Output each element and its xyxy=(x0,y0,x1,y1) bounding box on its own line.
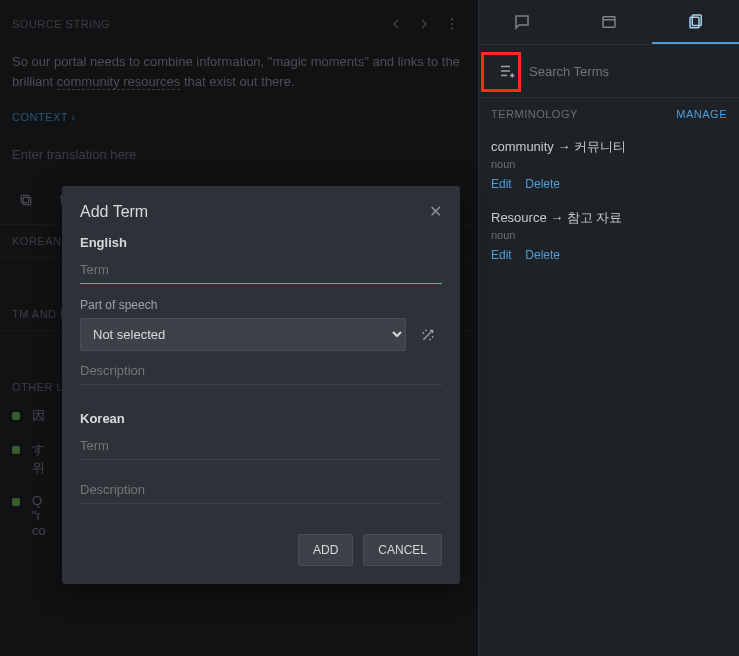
tabs xyxy=(479,0,739,45)
edit-link[interactable]: Edit xyxy=(491,248,512,262)
delete-link[interactable]: Delete xyxy=(525,248,560,262)
pos-select[interactable]: Not selected xyxy=(80,318,406,351)
korean-desc-field[interactable] xyxy=(80,476,442,504)
tab-terminology[interactable] xyxy=(652,0,739,44)
dialog-title: Add Term xyxy=(80,203,429,221)
tab-comments[interactable] xyxy=(479,0,566,44)
svg-rect-5 xyxy=(603,17,615,28)
korean-term-field[interactable] xyxy=(80,432,442,460)
term-pos: noun xyxy=(491,158,727,170)
term-title: Resource → 참고 자료 xyxy=(491,209,727,227)
delete-link[interactable]: Delete xyxy=(525,177,560,191)
edit-link[interactable]: Edit xyxy=(491,177,512,191)
manage-link[interactable]: MANAGE xyxy=(676,108,727,120)
terminology-label: TERMINOLOGY xyxy=(491,108,578,120)
close-icon[interactable]: ✕ xyxy=(429,202,442,221)
term-pos: noun xyxy=(491,229,727,241)
tab-tm[interactable] xyxy=(566,0,653,44)
right-panel: TERMINOLOGY MANAGE community → 커뮤니티 noun… xyxy=(478,0,739,656)
cancel-button[interactable]: CANCEL xyxy=(363,534,442,566)
add-term-dialog: Add Term ✕ English Part of speech Not se… xyxy=(62,186,460,584)
term-item: Resource → 참고 자료 noun Edit Delete xyxy=(479,201,739,272)
english-label: English xyxy=(80,235,442,250)
term-title: community → 커뮤니티 xyxy=(491,138,727,156)
korean-label: Korean xyxy=(80,411,442,426)
highlight-box xyxy=(481,52,521,92)
english-desc-field[interactable] xyxy=(80,357,442,385)
terminology-header: TERMINOLOGY MANAGE xyxy=(479,98,739,130)
add-button[interactable]: ADD xyxy=(298,534,353,566)
search-input[interactable] xyxy=(523,58,727,85)
english-term-field[interactable] xyxy=(80,256,442,284)
magic-wand-icon[interactable] xyxy=(414,321,442,349)
pos-label: Part of speech xyxy=(80,298,442,312)
term-item: community → 커뮤니티 noun Edit Delete xyxy=(479,130,739,201)
